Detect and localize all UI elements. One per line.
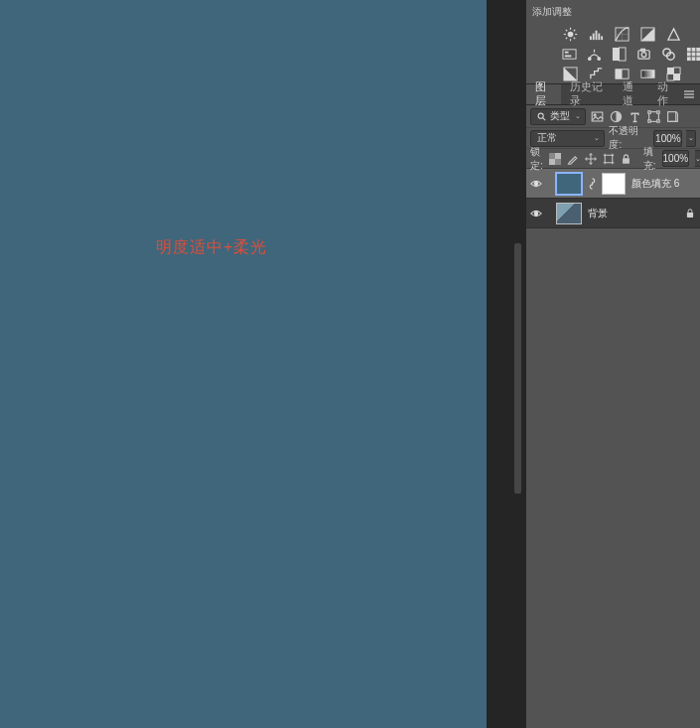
svg-rect-58: [648, 119, 650, 121]
color-balance-icon[interactable]: [587, 46, 602, 62]
mask-link-icon[interactable]: [588, 178, 596, 190]
levels-icon[interactable]: [588, 26, 604, 42]
tab-actions[interactable]: 动作: [648, 84, 683, 104]
channel-mixer-icon[interactable]: [661, 46, 676, 62]
filter-pixel-icon[interactable]: [590, 109, 605, 124]
lock-artboard-icon[interactable]: [603, 151, 615, 166]
invert-icon[interactable]: [562, 66, 578, 81]
curves-icon[interactable]: [614, 26, 630, 42]
lock-icon: [684, 208, 696, 219]
photo-filter-icon[interactable]: [636, 46, 651, 62]
panel-tabs: 图层 历史记录 通道 动作: [526, 83, 700, 105]
svg-rect-31: [692, 47, 696, 51]
layer-filter-row: 类型 ⌄: [526, 105, 700, 127]
lock-transparency-icon[interactable]: [549, 151, 561, 166]
blend-row: 正常 ⌄ 不透明度: 100%⌄: [526, 127, 700, 148]
svg-line-5: [565, 29, 566, 30]
layer-row[interactable]: 背景: [526, 199, 700, 228]
filter-smartobject-icon[interactable]: [665, 109, 680, 124]
fill-value[interactable]: 100%: [662, 150, 690, 167]
svg-rect-56: [648, 110, 650, 112]
svg-line-6: [573, 37, 574, 38]
chevron-down-icon: ⌄: [594, 134, 600, 142]
panel-menu-icon[interactable]: [683, 89, 700, 99]
tab-history[interactable]: 历史记录: [561, 84, 613, 104]
svg-rect-30: [687, 47, 691, 51]
opacity-caret[interactable]: ⌄: [686, 130, 696, 147]
gradient-map-icon[interactable]: [639, 66, 655, 81]
canvas-scrollbar[interactable]: [514, 243, 521, 494]
svg-rect-64: [605, 155, 613, 163]
svg-rect-23: [613, 47, 620, 60]
svg-rect-60: [668, 111, 676, 121]
opacity-value[interactable]: 100%: [653, 130, 682, 147]
svg-rect-24: [620, 47, 627, 60]
svg-point-26: [641, 52, 646, 57]
adjustments-row-1: [526, 24, 700, 44]
svg-point-50: [538, 113, 543, 118]
layer-thumbnail[interactable]: [556, 203, 582, 224]
selective-color-icon[interactable]: [665, 66, 681, 81]
svg-rect-45: [666, 73, 673, 80]
svg-rect-12: [598, 33, 600, 40]
svg-rect-11: [595, 30, 597, 39]
filter-type-icon[interactable]: [628, 109, 642, 124]
svg-rect-9: [589, 36, 591, 40]
hue-saturation-icon[interactable]: [562, 46, 577, 62]
svg-rect-59: [657, 119, 659, 121]
svg-rect-46: [673, 73, 680, 80]
adjustments-title: 添加调整: [526, 0, 700, 24]
black-white-icon[interactable]: [612, 46, 627, 62]
svg-point-22: [598, 57, 600, 59]
svg-rect-34: [692, 52, 696, 56]
vibrance-icon[interactable]: [665, 26, 681, 42]
exposure-icon[interactable]: [639, 26, 655, 42]
svg-rect-38: [696, 57, 700, 61]
fill-label: 填充:: [643, 145, 656, 173]
right-panel: 添加调整: [526, 0, 700, 728]
svg-rect-65: [623, 158, 630, 164]
layer-name[interactable]: 颜色填充 6: [631, 177, 679, 191]
svg-rect-13: [601, 36, 603, 40]
svg-point-53: [594, 113, 596, 115]
svg-rect-57: [657, 110, 659, 112]
lock-position-icon[interactable]: [585, 151, 597, 166]
layer-row[interactable]: 颜色填充 6: [526, 169, 700, 199]
color-lookup-icon[interactable]: [686, 46, 700, 62]
mask-thumbnail[interactable]: [602, 173, 626, 195]
canvas-overlay-text: 明度适中+柔光: [156, 237, 267, 258]
svg-rect-37: [692, 57, 696, 61]
filter-adjustment-icon[interactable]: [609, 109, 624, 124]
svg-point-21: [589, 57, 591, 59]
svg-rect-18: [563, 49, 576, 58]
tab-layers[interactable]: 图层: [526, 84, 561, 104]
chevron-down-icon: ⌄: [575, 112, 581, 120]
svg-rect-62: [549, 153, 555, 159]
tab-channels[interactable]: 通道: [614, 84, 648, 104]
lock-all-icon[interactable]: [621, 151, 631, 166]
canvas-area[interactable]: 明度适中+柔光: [0, 0, 487, 728]
lock-row: 锁定: 填充: 100%⌄: [526, 148, 700, 169]
svg-rect-36: [687, 57, 691, 61]
svg-rect-42: [640, 70, 653, 77]
posterize-icon[interactable]: [588, 66, 604, 81]
svg-rect-10: [592, 33, 594, 40]
threshold-icon[interactable]: [614, 66, 630, 81]
lock-pixels-icon[interactable]: [567, 151, 579, 166]
visibility-toggle[interactable]: [530, 208, 542, 219]
svg-rect-19: [565, 51, 569, 53]
visibility-toggle[interactable]: [530, 178, 542, 190]
svg-rect-68: [687, 213, 693, 218]
svg-line-51: [543, 117, 546, 120]
filter-kind-dropdown[interactable]: 类型 ⌄: [530, 108, 586, 125]
svg-point-0: [567, 31, 573, 37]
svg-rect-35: [696, 52, 700, 56]
svg-rect-63: [555, 159, 561, 165]
svg-rect-20: [565, 55, 572, 57]
fill-caret[interactable]: ⌄: [695, 150, 700, 167]
layer-name[interactable]: 背景: [588, 207, 608, 220]
layer-thumbnail[interactable]: [556, 173, 582, 195]
filter-shape-icon[interactable]: [646, 109, 661, 124]
adjustments-row-2: [526, 44, 700, 64]
brightness-contrast-icon[interactable]: [562, 26, 578, 42]
